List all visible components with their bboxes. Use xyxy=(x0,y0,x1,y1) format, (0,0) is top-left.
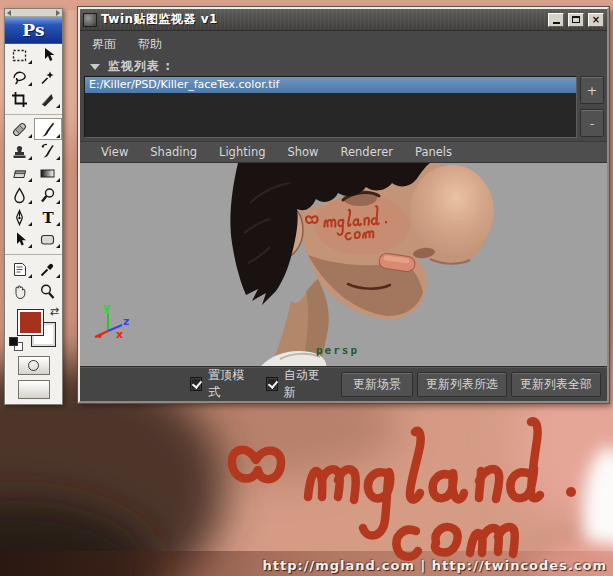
eraser-tool[interactable] xyxy=(5,162,34,184)
foreground-color-swatch[interactable] xyxy=(17,309,44,336)
zoom-icon xyxy=(39,283,56,300)
gradient-tool[interactable] xyxy=(34,162,63,184)
slice-tool[interactable] xyxy=(34,88,63,110)
history-brush-icon xyxy=(39,143,56,160)
tool-divider xyxy=(5,250,62,255)
photoshop-logo[interactable]: Ps xyxy=(5,17,62,44)
update-selected-button[interactable]: 更新列表所选 xyxy=(417,372,507,397)
window-title: Twin贴图监视器 v1 xyxy=(101,11,544,28)
collapse-arrow-icon xyxy=(90,64,100,70)
hand-tool[interactable] xyxy=(5,280,34,302)
update-all-button[interactable]: 更新列表全部 xyxy=(511,372,601,397)
crop-icon xyxy=(11,91,28,108)
watchlist-listbox[interactable]: E:/Killer/PSD/Killer_faceTex.color.tif xyxy=(84,76,577,138)
rectangular-marquee-tool[interactable] xyxy=(5,44,34,66)
remove-texture-button[interactable]: - xyxy=(580,109,604,137)
axis-y-label: y xyxy=(103,301,110,314)
auto-update-checkbox[interactable] xyxy=(266,377,278,391)
hand-icon xyxy=(11,283,28,300)
palette-grip[interactable] xyxy=(5,9,62,17)
always-on-top-checkbox[interactable] xyxy=(190,377,202,391)
path-selection-tool[interactable] xyxy=(5,228,34,250)
history-brush-tool[interactable] xyxy=(34,140,63,162)
type-tool[interactable]: T xyxy=(34,206,63,228)
viewport-menu-renderer[interactable]: Renderer xyxy=(330,145,405,159)
watchlist-buttons: + - xyxy=(580,76,604,138)
lasso-icon xyxy=(11,69,28,86)
flyout-arrow-icon xyxy=(56,222,60,226)
collapse-right-icon xyxy=(56,10,60,16)
brush-tool-selected[interactable] xyxy=(34,118,63,140)
app-icon xyxy=(83,13,97,27)
notes-icon xyxy=(11,261,28,278)
quick-mask-circle-icon xyxy=(28,360,39,371)
eyedropper-icon xyxy=(39,261,56,278)
quick-mask-mode-button[interactable] xyxy=(18,356,50,375)
shape-icon xyxy=(39,231,56,248)
notes-tool[interactable] xyxy=(5,258,34,280)
swap-colors-icon[interactable]: ⇄ xyxy=(50,305,59,318)
viewport-menu-lighting[interactable]: Lighting xyxy=(208,145,276,159)
viewport-menu-shading[interactable]: Shading xyxy=(139,145,208,159)
minimize-button[interactable] xyxy=(548,13,564,27)
crop-tool[interactable] xyxy=(5,88,34,110)
viewport-menu-view[interactable]: View xyxy=(90,145,139,159)
clone-stamp-tool[interactable] xyxy=(5,140,34,162)
tool-divider xyxy=(5,110,62,115)
status-url-text: http://mgland.com | http://twincodes.com xyxy=(263,558,607,573)
twin-monitor-window: Twin贴图监视器 v1 × 界面 帮助 监视列表 : E:/Killer/PS… xyxy=(78,7,609,403)
always-on-top-label: 置顶模式 xyxy=(208,367,249,401)
eyedropper-tool[interactable] xyxy=(34,258,63,280)
footer-buttons: 更新场景 更新列表所选 更新列表全部 xyxy=(341,372,601,397)
flyout-arrow-icon xyxy=(28,244,32,248)
color-swatch-area: ⇄ xyxy=(5,304,62,354)
viewport-menubar: View Shading Lighting Show Renderer Pane… xyxy=(80,141,607,162)
move-icon xyxy=(39,47,56,64)
footer-checkboxes: 置顶模式 自动更新 xyxy=(190,367,341,401)
window-menubar: 界面 帮助 xyxy=(80,31,607,57)
flyout-arrow-icon xyxy=(28,178,32,182)
maximize-button[interactable] xyxy=(568,13,584,27)
add-texture-button[interactable]: + xyxy=(580,76,604,104)
move-tool[interactable] xyxy=(34,44,63,66)
3d-viewport[interactable]: y z x persp xyxy=(80,162,607,366)
flyout-arrow-icon xyxy=(28,274,32,278)
blur-tool[interactable] xyxy=(5,184,34,206)
viewport-menu-show[interactable]: Show xyxy=(277,145,330,159)
flyout-arrow-icon xyxy=(28,200,32,204)
check-icon xyxy=(192,378,202,389)
close-button[interactable]: × xyxy=(588,13,604,27)
watchlist-header[interactable]: 监视列表 : xyxy=(80,57,607,76)
close-icon: × xyxy=(592,15,600,25)
axis-indicator: y z x xyxy=(90,301,136,341)
flyout-arrow-icon xyxy=(56,156,60,160)
menu-interface[interactable]: 界面 xyxy=(92,36,116,53)
gradient-icon xyxy=(39,165,56,182)
flyout-arrow-icon xyxy=(56,178,60,182)
zoom-tool[interactable] xyxy=(34,280,63,302)
magic-wand-tool[interactable] xyxy=(34,66,63,88)
minimize-icon xyxy=(553,22,560,24)
check-icon xyxy=(267,378,277,389)
watchlist-item-selected[interactable]: E:/Killer/PSD/Killer_faceTex.color.tif xyxy=(85,77,576,93)
lasso-tool[interactable] xyxy=(5,66,34,88)
healing-brush-tool[interactable] xyxy=(5,118,34,140)
window-titlebar[interactable]: Twin贴图监视器 v1 × xyxy=(80,9,607,31)
flyout-arrow-icon xyxy=(56,104,60,108)
viewport-menu-panels[interactable]: Panels xyxy=(404,145,463,159)
shape-tool[interactable] xyxy=(34,228,63,250)
pen-tool[interactable] xyxy=(5,206,34,228)
slice-icon xyxy=(39,91,56,108)
tool-grid: T xyxy=(5,44,62,302)
character-head-render xyxy=(80,163,603,366)
brush-icon xyxy=(39,121,56,138)
update-scene-button[interactable]: 更新场景 xyxy=(341,372,413,397)
axis-z-label: z xyxy=(123,315,129,328)
pen-icon xyxy=(11,209,28,226)
dodge-tool[interactable] xyxy=(34,184,63,206)
watchlist-row: E:/Killer/PSD/Killer_faceTex.color.tif +… xyxy=(80,76,607,138)
screen-mode-button[interactable] xyxy=(18,380,50,399)
flyout-arrow-icon xyxy=(28,156,32,160)
default-colors-icon[interactable] xyxy=(9,337,18,346)
menu-help[interactable]: 帮助 xyxy=(138,36,162,53)
